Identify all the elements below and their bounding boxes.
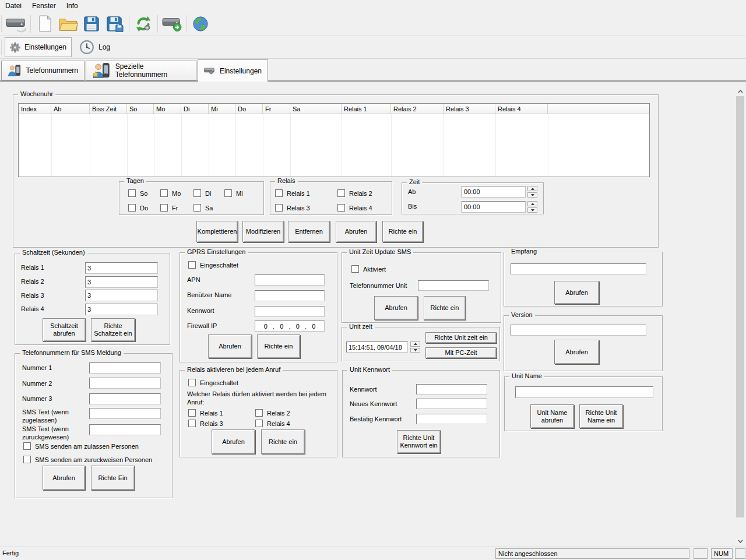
schaltzeit-relais4-input[interactable] — [85, 304, 158, 315]
column-header-di[interactable]: Di — [181, 104, 209, 114]
sync-settings-button[interactable] — [132, 13, 155, 34]
anruf-abrufen-button[interactable]: Abrufen — [212, 429, 255, 454]
checkbox-tag-mi[interactable]: Mi — [224, 189, 243, 197]
schaltzeit-relais1-input[interactable] — [85, 262, 158, 274]
unit-zeit-sms-richte-ein-button[interactable]: Richte ein — [424, 296, 466, 320]
sms-richte-ein-button[interactable]: Richte Ein — [91, 466, 135, 490]
column-header-empty[interactable] — [548, 104, 649, 114]
richte-unit-name-ein-button[interactable]: Richte Unit Name ein — [579, 404, 623, 428]
checkbox-tag-sa[interactable]: Sa — [193, 204, 213, 212]
empfang-abrufen-button[interactable]: Abrufen — [554, 281, 599, 304]
spin-down-button[interactable] — [527, 207, 537, 213]
sms-text-zugelassen-input[interactable] — [89, 408, 161, 419]
column-header-fr[interactable]: Fr — [263, 104, 290, 114]
unit-zeit-sms-abrufen-button[interactable]: Abrufen — [374, 296, 418, 320]
menu-datei[interactable]: Datei — [0, 1, 27, 11]
nummer3-input[interactable] — [89, 393, 161, 404]
menu-info[interactable]: Info — [61, 1, 83, 11]
tab-einstellungen[interactable]: Einstellungen — [198, 59, 268, 82]
neues-kennwort-input[interactable] — [416, 399, 487, 409]
checkbox-anruf-relais-2[interactable]: Relais 2 — [255, 409, 290, 417]
checkbox-aktiviert[interactable]: Aktiviert — [351, 265, 386, 273]
checkbox-tag-do[interactable]: Do — [128, 204, 148, 212]
richte-unit-zeit-ein-button[interactable]: Richte Unit zeit ein — [425, 332, 497, 343]
menu-fenster[interactable]: Fenster — [27, 1, 61, 11]
checkbox-tag-mo[interactable]: Mo — [160, 189, 181, 197]
empfang-input[interactable] — [511, 263, 646, 274]
column-header-relais-2[interactable]: Relais 2 — [391, 104, 444, 114]
column-header-index[interactable]: Index — [19, 104, 51, 114]
spin-up-button[interactable] — [527, 201, 537, 206]
spin-up-button[interactable] — [527, 186, 537, 191]
wochenuhr-table-body[interactable] — [19, 114, 649, 177]
column-header-mo[interactable]: Mo — [154, 104, 181, 114]
schaltzeit-abrufen-button[interactable]: Schaltzeit abrufen — [43, 318, 86, 341]
checkbox-relais-1[interactable]: Relais 1 — [275, 189, 310, 197]
save-button[interactable] — [80, 13, 103, 34]
version-abrufen-button[interactable]: Abrufen — [554, 340, 599, 364]
spin-down-button[interactable] — [410, 348, 420, 353]
column-header-ab[interactable]: Ab — [51, 104, 90, 114]
column-header-sa[interactable]: Sa — [290, 104, 342, 114]
sms-abrufen-button[interactable]: Abrufen — [43, 466, 85, 490]
version-input[interactable] — [511, 325, 646, 336]
scroll-thumb[interactable] — [736, 96, 744, 517]
checkbox-relais-3[interactable]: Relais 3 — [275, 204, 310, 212]
kennwort-alt-input[interactable] — [416, 384, 487, 395]
schaltzeit-richte-ein-button[interactable]: Richte Schaltzeit ein — [91, 318, 135, 341]
schaltzeit-relais3-input[interactable] — [85, 290, 158, 301]
mit-pc-zeit-button[interactable]: Mit PC-Zeit — [425, 347, 497, 358]
checkbox-sms-zulassen[interactable]: SMS senden am zulassen Personen — [23, 442, 139, 450]
checkbox-tag-fr[interactable]: Fr — [160, 204, 178, 212]
anruf-richte-ein-button[interactable]: Richte ein — [261, 429, 305, 454]
spin-down-button[interactable] — [527, 192, 537, 198]
checkbox-gprs-eingeschaltet[interactable]: Eingeschaltet — [188, 261, 238, 269]
schaltzeit-relais2-input[interactable] — [85, 276, 158, 288]
internet-button[interactable] — [189, 13, 212, 34]
komplettieren-button[interactable]: Komplettieren — [196, 221, 238, 242]
wochenuhr-abrufen-button[interactable]: Abrufen — [336, 221, 376, 242]
column-header-relais-4[interactable]: Relais 4 — [495, 104, 548, 114]
checkbox-tag-so[interactable]: So — [128, 189, 147, 197]
column-header-biss-zeit[interactable]: Biss Zeit — [90, 104, 127, 114]
zeit-bis-input[interactable] — [462, 201, 526, 213]
vertical-scrollbar[interactable] — [736, 86, 745, 546]
view-tab-log[interactable]: Log — [75, 37, 115, 57]
column-header-relais-1[interactable]: Relais 1 — [342, 104, 391, 114]
save-as-button[interactable] — [103, 13, 126, 34]
device-send-button[interactable] — [160, 13, 184, 34]
checkbox-tag-di[interactable]: Di — [193, 189, 211, 197]
unit-name-input[interactable] — [515, 386, 653, 398]
new-file-button[interactable] — [33, 13, 57, 34]
column-header-do[interactable]: Do — [235, 104, 263, 114]
tab-telefonnummern[interactable]: Telefonnummern — [1, 61, 85, 80]
tab-spezielle-telefonnummern[interactable]: Spezielle Telefonnummern — [86, 61, 196, 80]
gprs-richte-ein-button[interactable]: Richte ein — [257, 334, 300, 358]
column-header-so[interactable]: So — [127, 104, 154, 114]
view-tab-einstellungen[interactable]: Einstellungen — [5, 37, 72, 57]
sms-text-zuruckgewesen-input[interactable] — [89, 424, 161, 435]
bestatig-kennwort-input[interactable] — [416, 414, 487, 424]
nummer1-input[interactable] — [89, 362, 161, 374]
nummer2-input[interactable] — [89, 378, 161, 389]
benutzer-name-input[interactable] — [255, 290, 325, 301]
firewall-ip-input[interactable] — [255, 320, 325, 332]
open-folder-button[interactable] — [57, 13, 80, 34]
checkbox-sms-zuruckweisen[interactable]: SMS senden am zuruckweisen Personen — [23, 456, 152, 463]
device-connect-button[interactable] — [5, 13, 28, 34]
gprs-abrufen-button[interactable]: Abrufen — [208, 334, 252, 358]
checkbox-relais-4[interactable]: Relais 4 — [337, 204, 372, 212]
unit-name-abrufen-button[interactable]: Unit Name abrufen — [530, 404, 574, 428]
scroll-up-button[interactable] — [736, 86, 745, 96]
modifizieren-button[interactable]: Modifizieren — [242, 221, 284, 242]
column-header-mi[interactable]: Mi — [209, 104, 235, 114]
checkbox-relais-2[interactable]: Relais 2 — [337, 189, 372, 197]
zeit-ab-input[interactable] — [462, 186, 526, 198]
checkbox-anruf-eingeschaltet[interactable]: Eingeschaltet — [188, 379, 238, 386]
column-header-relais-3[interactable]: Relais 3 — [444, 104, 495, 114]
richte-unit-kennwort-ein-button[interactable]: Richte Unit Kennwort ein — [397, 430, 441, 453]
checkbox-anruf-relais-1[interactable]: Relais 1 — [188, 409, 223, 417]
checkbox-anruf-relais-4[interactable]: Relais 4 — [255, 420, 290, 427]
telefonnummer-unit-input[interactable] — [418, 280, 489, 291]
checkbox-anruf-relais-3[interactable]: Relais 3 — [188, 420, 223, 427]
